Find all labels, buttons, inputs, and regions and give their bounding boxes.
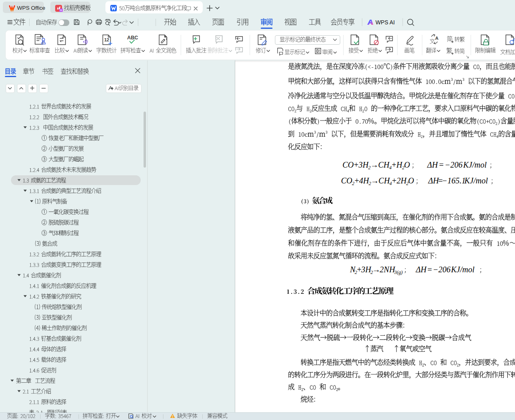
svg-text:+: + xyxy=(354,160,359,169)
svg-text:=: = xyxy=(427,265,433,274)
svg-text:2H: 2H xyxy=(397,176,407,185)
svg-text:2NH: 2NH xyxy=(380,265,395,274)
svg-text:ΔH: ΔH xyxy=(427,160,439,169)
svg-text:12: 12 xyxy=(104,37,109,42)
svg-text:−165.1: −165.1 xyxy=(442,176,466,185)
svg-text:KJ/mol: KJ/mol xyxy=(451,265,474,274)
svg-text:+: + xyxy=(391,160,397,169)
svg-text:3H: 3H xyxy=(358,160,369,169)
svg-text:AI: AI xyxy=(60,9,62,11)
svg-text:=: = xyxy=(439,160,444,169)
svg-text:O: O xyxy=(404,160,410,169)
svg-text:CH: CH xyxy=(378,160,390,169)
svg-text:WPS AI: WPS AI xyxy=(376,19,395,26)
svg-text:+: + xyxy=(391,176,397,185)
svg-text:−206: −206 xyxy=(433,265,451,274)
svg-text:KJ/mol: KJ/mol xyxy=(463,160,487,169)
svg-text:CO: CO xyxy=(343,160,354,169)
svg-text:ABC: ABC xyxy=(127,35,138,41)
svg-text:−206: −206 xyxy=(445,160,463,169)
svg-text:+: + xyxy=(354,176,360,185)
svg-text:→: → xyxy=(372,265,380,274)
svg-text:→: → xyxy=(371,176,379,185)
svg-text:ΔH: ΔH xyxy=(415,265,427,274)
svg-text:CH: CH xyxy=(378,176,390,185)
svg-text:WPS Office: WPS Office xyxy=(17,5,45,11)
svg-text:O: O xyxy=(408,176,414,185)
svg-text:A: A xyxy=(435,36,438,41)
svg-text:CO: CO xyxy=(341,176,352,185)
svg-text:KJ/mol: KJ/mol xyxy=(464,176,488,185)
svg-text:→: → xyxy=(370,160,378,169)
svg-text:4H: 4H xyxy=(359,176,370,185)
svg-text:3(g): 3(g) xyxy=(394,269,403,275)
